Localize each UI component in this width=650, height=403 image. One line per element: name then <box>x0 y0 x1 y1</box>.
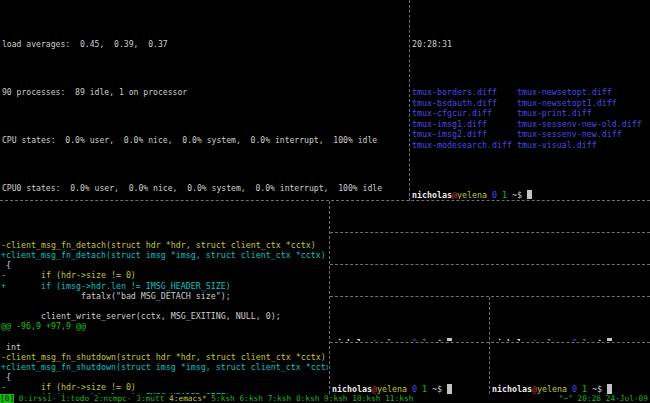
shell-prompt: nicholas@yelena 0 1 ~$ <box>332 382 487 394</box>
diff-line: - if (hdr->size != 0) <box>1 270 328 280</box>
top-process-count: 90 processes: 89 idle, 1 on processor <box>2 87 407 97</box>
prompt-cwd: ~$ <box>587 338 607 341</box>
diff-line: +client_msg_fn_shutdown(struct imsg *ims… <box>1 362 328 372</box>
prompt-history: 1 <box>497 190 507 199</box>
diff-line <box>1 301 328 311</box>
diff-line: { <box>1 372 328 382</box>
diff-line: @@ -96,9 +97,9 @@ <box>1 321 328 331</box>
prompt-user: nicholas <box>492 338 532 341</box>
pane-shell-4[interactable]: nicholas@yelena 0 1 ~$ [] <box>332 298 487 341</box>
pane-border[interactable] <box>489 297 490 394</box>
status-window: 6:ksh <box>240 394 263 403</box>
prompt-host: yelena <box>377 384 407 394</box>
prompt-status: 0 <box>567 338 577 341</box>
prompt-history: 1 <box>577 384 587 394</box>
prompt-host: yelena <box>377 338 407 341</box>
window-list: 0:irssi- 1:todo 2:ncmpc- 3:mutt 4:emacs*… <box>14 394 413 403</box>
shell-prompt: nicholas@yelena 0 1 ~$ <box>492 382 650 394</box>
prompt-cwd: ~$ <box>507 190 527 199</box>
prompt-history: 1 <box>577 338 587 341</box>
session-name: [0] <box>0 394 14 403</box>
shell-prompt: nicholas@yelena 0 1 ~$ <box>492 336 650 341</box>
top-cpu-states: CPU states: 0.0% user, 0.0% nice, 0.0% s… <box>2 135 407 145</box>
block-cursor <box>607 384 612 394</box>
diff-line: fatalx("bad MSG_DETACH size"); <box>1 291 328 301</box>
prompt-status: 0 <box>407 338 417 341</box>
file-row: tmux-modesearch.diff tmux-visual.diff <box>412 140 650 150</box>
prompt-user: nicholas <box>332 338 372 341</box>
pane-border[interactable] <box>329 201 330 394</box>
prompt-status: 0 <box>407 384 417 394</box>
prompt-user: nicholas <box>412 190 452 199</box>
block-cursor <box>447 384 452 394</box>
diff-line <box>1 331 328 341</box>
prompt-cwd: ~$ <box>427 384 447 394</box>
tmux-session-screen: load averages: 0.45, 0.39, 0.37 90 proce… <box>0 0 650 403</box>
pane-border[interactable] <box>330 296 650 297</box>
shell-prompt: nicholas@yelena 0 1 ~$ <box>412 188 650 199</box>
status-window: 10:ksh <box>352 394 380 403</box>
pane-shell-3[interactable]: nicholas@yelena 0 1 ~$ <box>332 266 648 295</box>
ls-file-list: tmux-borders.diff tmux-newsetopt.difftmu… <box>412 87 650 150</box>
pane-shell-7[interactable]: nicholas@yelena 0 1 ~$ <box>492 344 650 394</box>
pane-border[interactable] <box>330 342 650 343</box>
status-window: 1:todo <box>61 394 89 403</box>
pane-shell-2[interactable]: nicholas@yelena 0 1 ~$ <box>332 234 648 263</box>
pane-shell-ls[interactable]: 20:28:31 tmux-borders.diff tmux-newsetop… <box>412 1 650 199</box>
block-cursor <box>447 338 452 341</box>
top-load-averages: load averages: 0.45, 0.39, 0.37 <box>2 39 407 49</box>
status-window: 11:ksh <box>385 394 413 403</box>
file-row: tmux-bsdauth.diff tmux-newsetopt1.diff <box>412 98 650 108</box>
prompt-host: yelena <box>537 338 567 341</box>
status-window: 3:mutt <box>136 394 164 403</box>
top-cpu0-states: CPU0 states: 0.0% user, 0.0% nice, 0.0% … <box>2 183 407 193</box>
file-row: tmux-borders.diff tmux-newsetopt.diff <box>412 87 650 97</box>
status-window: 4:emacs* <box>169 394 207 403</box>
prompt-status: 0 <box>487 190 497 199</box>
pane-emacs-diff[interactable]: -client_msg_fn_detach(struct hdr *hdr, s… <box>1 202 328 394</box>
pane-shell-1[interactable]: nicholas@yelena 0 1 ~$ <box>332 203 648 231</box>
status-clock: "~" 20:28 24-Jul-09 <box>559 394 648 403</box>
pane-shell-5[interactable]: nicholas@yelena 0 1 ~$ <box>492 298 650 341</box>
diff-line: + if (imsg->hdr.len != IMSG_HEADER_SIZE) <box>1 281 328 291</box>
pane-border[interactable] <box>330 232 650 233</box>
diff-line: { <box>1 260 328 270</box>
prompt-history: 1 <box>417 338 427 341</box>
prompt-cwd: ~$ <box>587 384 607 394</box>
status-window: 0:irssi- <box>19 394 57 403</box>
status-window: 8:ksh <box>296 394 319 403</box>
diff-line: -client_msg_fn_shutdown(struct hdr *hdr,… <box>1 352 328 362</box>
block-cursor <box>527 190 532 199</box>
diff-line: -client_msg_fn_detach(struct hdr *hdr, s… <box>1 240 328 250</box>
diff-line: int <box>1 342 328 352</box>
diff-line: - if (hdr->size != 0) <box>1 382 328 392</box>
tmux-status-bar: [0] 0:irssi- 1:todo 2:ncmpc- 3:mutt 4:em… <box>0 394 650 403</box>
shell-time-output: 20:28:31 <box>412 39 650 49</box>
status-window: 5:ksh <box>211 394 234 403</box>
status-window: 7:ksh <box>268 394 291 403</box>
pane-border[interactable] <box>0 200 650 201</box>
diff-buffer: -client_msg_fn_detach(struct hdr *hdr, s… <box>1 240 328 394</box>
prompt-host: yelena <box>537 384 567 394</box>
diff-line: +client_msg_fn_detach(struct imsg *imsg,… <box>1 250 328 260</box>
file-row: tmux-imsg1.diff tmux-sessenv-new-old.dif… <box>412 119 650 129</box>
shell-prompt: nicholas@yelena 0 1 ~$ <box>332 336 487 341</box>
status-window: 2:ncmpc- <box>94 394 132 403</box>
prompt-history: 1 <box>417 384 427 394</box>
pane-border[interactable] <box>409 0 410 201</box>
status-window: 9:ksh <box>324 394 347 403</box>
pane-shell-6[interactable]: nicholas@yelena 0 1 ~$ <box>332 344 487 394</box>
block-cursor <box>607 338 612 341</box>
prompt-cwd: ~$ <box>427 338 447 341</box>
diff-line: client_write_server(cctx, MSG_EXITING, N… <box>1 311 328 321</box>
prompt-host: yelena <box>457 190 487 199</box>
prompt-user: nicholas <box>332 384 372 394</box>
pane-border[interactable] <box>330 264 650 265</box>
prompt-status: 0 <box>567 384 577 394</box>
file-row: tmux-cfgcur.diff tmux-print.diff <box>412 108 650 118</box>
pane-top-monitor[interactable]: load averages: 0.45, 0.39, 0.37 90 proce… <box>2 1 407 199</box>
file-row: tmux-imsg2.diff tmux-sessenv-new.diff <box>412 129 650 139</box>
prompt-user: nicholas <box>492 384 532 394</box>
